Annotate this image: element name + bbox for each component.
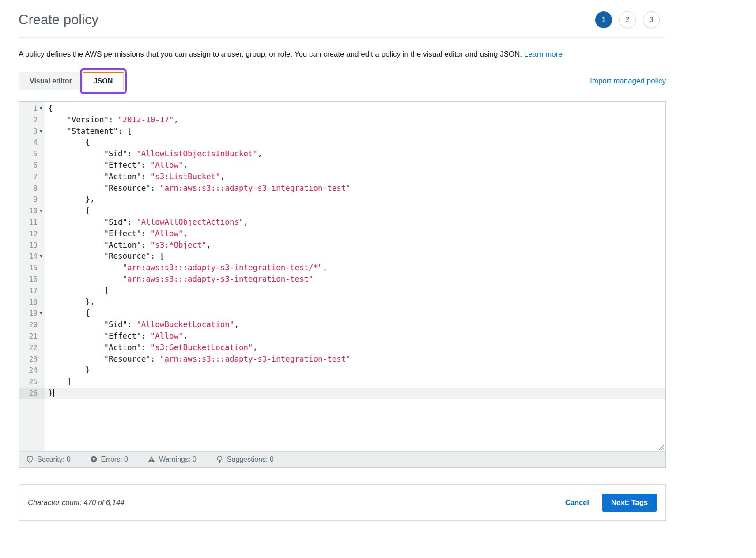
code-text: "Resource": "arn:aws:s3:::adapty-s3-inte… [45,183,351,194]
code-line[interactable]: 17 ] [19,285,665,297]
code-line[interactable]: 12 "Effect": "Allow", [19,228,665,240]
code-line[interactable]: 7 "Action": "s3:ListBucket", [19,171,665,183]
code-text: "Version": "2012-10-17", [45,114,178,126]
status-item-bulb: Suggestions: 0 [216,456,274,464]
line-number: 6 [19,160,45,171]
fold-arrow-icon[interactable]: ▾ [38,251,45,262]
code-line[interactable]: 8 "Resource": "arn:aws:s3:::adapty-s3-in… [19,183,665,194]
create-policy-page: Create policy 123 A policy defines the A… [0,0,756,558]
code-line[interactable]: 4 { [19,137,665,148]
code-line[interactable]: 23 "Resource": "arn:aws:s3:::adapty-s3-i… [19,354,665,365]
line-number: 24 [19,365,45,376]
code-line[interactable]: 22 "Action": "s3:GetBucketLocation", [19,342,665,354]
status-label: Errors: 0 [101,456,128,464]
line-number: 21 [19,331,45,342]
character-count: Character count: 470 of 6,144. [28,498,126,507]
code-text: ] [45,376,72,388]
line-number: 15 [19,262,45,274]
code-line[interactable]: 9 }, [19,194,665,205]
code-text: "Effect": "Allow", [45,228,188,240]
code-line[interactable]: 5 "Sid": "AllowListObjectsInBucket", [19,148,665,160]
code-line[interactable]: 3▾ "Statement": [ [19,126,665,137]
step-circle-3: 3 [643,11,660,28]
code-text: "Effect": "Allow", [45,160,188,171]
code-line[interactable]: 2 "Version": "2012-10-17", [19,114,665,126]
code-line[interactable]: 6 "Effect": "Allow", [19,160,665,171]
code-line[interactable]: 20 "Sid": "AllowBucketLocation", [19,319,665,331]
fold-arrow-icon[interactable]: ▾ [38,205,45,217]
code-line[interactable]: 10▾ { [19,205,665,217]
code-line[interactable]: 21 "Effect": "Allow", [19,331,665,342]
line-number: 11 [19,217,45,228]
status-item-warning: Warnings: 0 [147,456,197,464]
fold-arrow-icon[interactable]: ▾ [38,308,45,319]
line-number: 13 [19,240,45,251]
code-text: } [45,365,90,376]
line-number: 20 [19,319,45,331]
line-number: 22 [19,342,45,354]
warning-icon [147,456,155,463]
status-label: Security: 0 [37,456,71,464]
learn-more-link[interactable]: Learn more [524,50,563,58]
json-editor: 1▾{2 "Version": "2012-10-17",3▾ "Stateme… [19,101,666,468]
shield-icon [26,456,34,463]
code-line[interactable]: 11 "Sid": "AllowAllObjectActions", [19,217,665,228]
line-number: 23 [19,354,45,365]
tab-json[interactable]: JSON [83,72,124,90]
code-line[interactable]: 1▾{ [19,103,665,114]
line-number: 17 [19,285,45,297]
step-circle-1: 1 [595,11,612,28]
code-text: { [45,103,53,114]
tab-visual-editor[interactable]: Visual editor [19,72,83,90]
code-line[interactable]: 16 "arn:aws:s3:::adapty-s3-integration-t… [19,274,665,285]
code-line[interactable]: 18 }, [19,297,665,308]
line-number: 4 [19,137,45,148]
footer-bar: Character count: 470 of 6,144. Cancel Ne… [19,484,666,521]
fold-arrow-icon[interactable]: ▾ [38,103,45,114]
code-text: "Sid": "AllowBucketLocation", [45,319,239,331]
status-item-error: Errors: 0 [90,456,128,464]
code-text: { [45,137,90,148]
code-line[interactable]: 19▾ { [19,308,665,319]
error-icon [90,456,98,463]
code-text: ] [45,285,109,297]
code-text: "Resource": [ [45,251,164,262]
header-divider [19,37,666,38]
line-number: 1▾ [19,103,45,114]
description-body: A policy defines the AWS permissions tha… [19,50,524,58]
tab-json-wrap: JSON [83,72,124,90]
code-line[interactable]: 25 ] [19,376,665,388]
resize-handle-icon[interactable] [658,443,664,450]
status-label: Warnings: 0 [159,456,197,464]
line-number: 14▾ [19,251,45,262]
code-area[interactable]: 1▾{2 "Version": "2012-10-17",3▾ "Stateme… [19,102,665,451]
fold-arrow-icon[interactable]: ▾ [38,126,45,137]
next-tags-button[interactable]: Next: Tags [602,494,657,512]
code-text: "arn:aws:s3:::adapty-s3-integration-test… [45,262,327,274]
line-number: 26 [19,388,45,399]
code-text: "Action": "s3:ListBucket", [45,171,225,183]
code-line[interactable]: 24 } [19,365,665,376]
tab-bar: Visual editor JSON Import managed policy [19,72,666,90]
page-header: Create policy 123 [19,11,666,28]
code-text: }, [45,297,94,308]
footer-actions: Cancel Next: Tags [565,494,657,512]
step-circle-2: 2 [619,11,636,28]
bulb-icon [216,456,223,463]
code-text: "Action": "s3:*Object", [45,240,211,251]
status-label: Suggestions: 0 [227,456,274,464]
cancel-button[interactable]: Cancel [565,498,589,507]
tabs: Visual editor JSON [19,72,124,90]
code-text: "Effect": "Allow", [45,331,188,342]
status-bar: Security: 0Errors: 0Warnings: 0Suggestio… [19,451,665,467]
line-number: 12 [19,228,45,240]
code-line[interactable]: 15 "arn:aws:s3:::adapty-s3-integration-t… [19,262,665,274]
code-line[interactable]: 14▾ "Resource": [ [19,251,665,262]
import-managed-policy-link[interactable]: Import managed policy [590,77,666,86]
code-text: { [45,308,90,319]
code-line[interactable]: 26} [19,388,665,399]
line-number: 25 [19,376,45,388]
code-line[interactable]: 13 "Action": "s3:*Object", [19,240,665,251]
code-text: "Resource": "arn:aws:s3:::adapty-s3-inte… [45,354,351,365]
code-text: } [45,388,54,399]
